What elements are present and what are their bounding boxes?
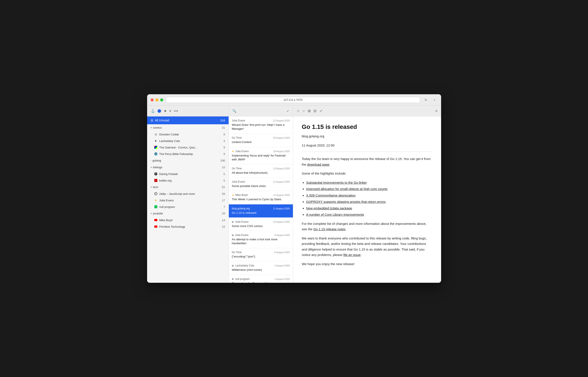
article-item[interactable]: Julia Evans 8 August 2020 An attempt to … xyxy=(229,231,293,248)
article-item[interactable]: Go Time 13 August 2020 All about that in… xyxy=(229,164,293,178)
external-link-icon[interactable]: ⤢ xyxy=(320,109,322,113)
article-date: 11 August 2020 xyxy=(273,194,290,196)
daring-fireball-icon: ✦ xyxy=(154,172,158,176)
category-name: linklogs xyxy=(153,166,221,169)
highlight-link[interactable]: A number of Core Library improvements xyxy=(306,213,364,216)
article-item[interactable]: Lackadaisy Cats 2 August 2020 Wilderness… xyxy=(229,261,293,275)
highlight-item: New embedded tzdata package xyxy=(306,205,432,211)
search-icon[interactable]: 🔍 xyxy=(232,109,237,113)
article-header: Go Time 20 August 2020 xyxy=(232,136,290,139)
category-linklogs[interactable]: ▾ linklogs 10 xyxy=(147,164,229,171)
feed-item-kottke[interactable]: k kottke.org 5 xyxy=(147,177,229,184)
article-item-selected[interactable]: blog.golang.org 11 August 2020 Go 1.15 i… xyxy=(229,204,293,218)
bookmark-toolbar-icon[interactable]: ⊟ xyxy=(314,109,316,113)
traffic-lights xyxy=(150,98,163,101)
feed-name: Mike Boyd xyxy=(159,219,220,222)
highlight-link[interactable]: Improved allocation for small objects at… xyxy=(306,187,388,191)
highlight-item: Substantial improvements to the Go linke… xyxy=(306,180,432,186)
feed-item-perry[interactable]: W The Perry Bible Fellowship 9 xyxy=(147,151,229,157)
feed-count: 4 xyxy=(223,139,225,142)
star-icon[interactable]: ★ xyxy=(164,109,167,113)
close-article-button[interactable]: × xyxy=(435,109,438,113)
title-bar: 127.0.0.1:7070 ↻ + xyxy=(147,94,441,106)
category-tech[interactable]: ▾ tech 52 xyxy=(147,184,229,190)
feed-item-null-program[interactable]: null program 7 xyxy=(147,203,229,210)
highlight-link[interactable]: GOPROXY supports skipping proxies that r… xyxy=(306,200,386,203)
feed-name: Daring Fireball xyxy=(159,172,222,176)
article-title: Implementing 'focus and reply' for Fastm… xyxy=(232,154,290,162)
article-title: Wizard Zines' first print run: Help! I h… xyxy=(232,123,290,131)
article-date: 8 August 2020 xyxy=(274,234,290,236)
star-feed-icon: ★ xyxy=(154,199,158,202)
article-item[interactable]: Julia Evans 22 August 2020 Wizard Zines'… xyxy=(229,117,293,134)
highlight-link[interactable]: Substantial improvements to the Go linke… xyxy=(306,181,367,184)
feed-item-mike-boyd[interactable]: Mike Boyd 14 xyxy=(147,217,229,223)
article-header: Julia Evans 10 August 2020 xyxy=(232,220,290,223)
article-source: null program xyxy=(232,278,250,281)
category-youtube[interactable]: ▾ youtube 29 xyxy=(147,210,229,217)
feed-item-primitive-technology[interactable]: Primitive Technology 15 xyxy=(147,223,229,230)
article-title: Some possible future zines xyxy=(232,184,290,188)
article-title: {"encoding":"json"} xyxy=(232,255,290,259)
highlight-item: Improved allocation for small objects at… xyxy=(306,186,432,192)
feed-item-oatmeal[interactable]: The Oatmeal - Comics, Quiz... 9 xyxy=(147,144,229,151)
category-count: 31 xyxy=(222,126,225,129)
category-golang[interactable]: › golang 196 xyxy=(147,157,229,164)
article-item[interactable]: Go Time 6 August 2020 {"encoding":"json"… xyxy=(229,248,293,261)
feed-name: null program xyxy=(159,205,222,209)
maximize-traffic-light[interactable] xyxy=(160,98,163,101)
article-date: 20 August 2020 xyxy=(273,136,290,139)
article-item[interactable]: Julia Evans 12 August 2020 Some possible… xyxy=(229,178,293,191)
article-item[interactable]: Go Time 20 August 2020 context.Context xyxy=(229,134,293,147)
category-count: 52 xyxy=(222,186,225,189)
star-toolbar-icon[interactable]: ☆ xyxy=(297,109,300,113)
article-date: 11 August 2020 xyxy=(273,207,290,210)
chevron-down-icon: ▾ xyxy=(150,127,152,129)
article-source: Go Time xyxy=(232,136,242,139)
feed-count: 9 xyxy=(223,146,225,149)
article-item[interactable]: null program 1 August 2020 Conventions f… xyxy=(229,275,293,283)
all-unread-item[interactable]: ⊟ All Unread 318 xyxy=(147,117,229,124)
reload-button[interactable]: ↻ xyxy=(423,97,429,103)
article-item[interactable]: ★ Mike Boyd 11 August 2020 This Week I L… xyxy=(229,191,293,204)
article-title: Conventions for Command Line xyxy=(232,282,290,283)
blue-dot-icon[interactable] xyxy=(158,109,161,113)
close-traffic-light[interactable] xyxy=(150,98,154,101)
article-header: Go Time 13 August 2020 xyxy=(232,167,290,170)
article-source: Go Time xyxy=(232,251,242,254)
feed-name: The Oatmeal - Comics, Quiz... xyxy=(159,146,222,149)
feed-count: 17 xyxy=(222,199,225,202)
new-tab-button[interactable]: + xyxy=(432,97,438,103)
circle-toolbar-icon[interactable]: ○ xyxy=(303,109,305,113)
article-title: context.Context xyxy=(232,140,290,144)
grid-toolbar-icon[interactable]: ⊞ xyxy=(308,109,311,113)
highlight-item: GOPROXY supports skipping proxies that r… xyxy=(306,199,432,205)
highlight-link[interactable]: New embedded tzdata package xyxy=(306,206,352,210)
feed-item-2ality[interactable]: ② 2ality – JavaScript and more 28 xyxy=(147,190,229,197)
release-notes-link[interactable]: Go 1.15 release notes xyxy=(313,227,346,231)
category-comics[interactable]: ▾ comics 31 xyxy=(147,124,229,131)
article-item[interactable]: Julia Evans 10 August 2020 Some more CSS… xyxy=(229,218,293,231)
download-page-link[interactable]: download page xyxy=(307,163,329,166)
article-item[interactable]: ★ Julia Evans 18 August 2020 Implementin… xyxy=(229,147,293,164)
2ality-icon: ② xyxy=(154,192,158,195)
feed-item-julia-evans[interactable]: ★ Julia Evans 17 xyxy=(147,197,229,203)
list-icon[interactable]: ≡ xyxy=(169,109,171,113)
article-title: Some more CSS comics xyxy=(232,224,290,228)
url-bar[interactable]: 127.0.0.1:7070 xyxy=(166,97,420,103)
feed-item-lackadaisy[interactable]: ♣ Lackadaisy Cats 4 xyxy=(147,138,229,144)
feed-name: kottke.org xyxy=(159,179,222,182)
article-date: 6 August 2020 xyxy=(274,251,290,254)
article-header: null program 1 August 2020 xyxy=(232,278,290,281)
feed-item-daring-fireball[interactable]: ✦ Daring Fireball 5 xyxy=(147,171,229,177)
minimize-traffic-light[interactable] xyxy=(155,98,158,101)
feed-item-dresden-codak[interactable]: ◎ Dresden Codak 9 xyxy=(147,131,229,138)
file-issue-link[interactable]: file an issue xyxy=(343,253,361,257)
mark-all-read-icon[interactable]: ✓ xyxy=(287,109,289,113)
anchor-icon[interactable]: ⚓ xyxy=(150,109,155,113)
article-source: blog.golang.org xyxy=(232,207,250,210)
feed-count: 7 xyxy=(223,205,225,209)
highlight-link[interactable]: X.509 CommonName deprecation xyxy=(306,193,356,197)
sidebar-toolbar: ⚓ ★ ≡ ••• xyxy=(147,106,229,117)
more-icon[interactable]: ••• xyxy=(174,109,178,113)
